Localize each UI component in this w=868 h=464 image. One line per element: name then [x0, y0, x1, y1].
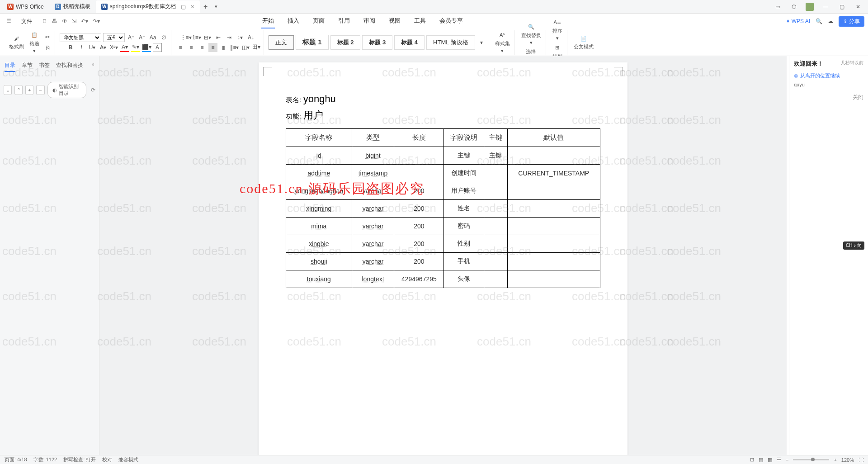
- tab-menu-button[interactable]: ▾: [211, 4, 221, 9]
- align-right-button[interactable]: ≡: [198, 43, 207, 52]
- highlight-button[interactable]: ✎▾: [131, 43, 140, 52]
- underline-button[interactable]: U▾: [88, 43, 97, 52]
- nav-close-button[interactable]: ×: [91, 62, 94, 72]
- tab-start[interactable]: 开始: [261, 14, 275, 28]
- align-left-button[interactable]: ≡: [176, 43, 185, 52]
- new-tab-button[interactable]: +: [200, 3, 211, 11]
- tab-review[interactable]: 审阅: [363, 14, 376, 28]
- increase-indent-button[interactable]: ⇥: [225, 33, 234, 42]
- tab-template[interactable]: D找稻壳模板: [49, 0, 96, 13]
- close-tab-icon[interactable]: ×: [191, 3, 194, 10]
- font-family-select[interactable]: 华文细黑: [60, 33, 101, 42]
- nav-minus-button[interactable]: −: [36, 85, 44, 95]
- view-print-icon[interactable]: ▤: [759, 457, 763, 463]
- zoom-out-button[interactable]: −: [786, 457, 788, 463]
- bold-button[interactable]: B: [66, 43, 75, 52]
- view-outline-icon[interactable]: ☰: [777, 457, 781, 463]
- italic-button[interactable]: I: [77, 43, 86, 52]
- search-icon[interactable]: 🔍: [816, 18, 822, 24]
- text-direction-button[interactable]: ↕▾: [236, 33, 245, 42]
- borders-button[interactable]: 田▾: [252, 43, 261, 52]
- style-body[interactable]: 正文: [269, 35, 294, 50]
- sort-button[interactable]: A↓: [246, 33, 255, 42]
- smart-toc-button[interactable]: ◐ 智能识别目录: [47, 82, 87, 98]
- format-painter-button[interactable]: 🖌格式刷: [7, 33, 26, 51]
- multilevel-button[interactable]: ⊟▾: [203, 33, 212, 42]
- tab-page[interactable]: 页面: [312, 14, 326, 28]
- nav-up-button[interactable]: ⌃: [14, 85, 23, 95]
- font-size-select[interactable]: 五号: [103, 33, 125, 42]
- nav-tab-findreplace[interactable]: 查找和替换: [56, 62, 83, 72]
- view-read-icon[interactable]: ⊡: [750, 457, 754, 463]
- wps-ai-button[interactable]: ✦ WPS AI: [786, 18, 810, 24]
- style-h4[interactable]: 标题 4: [394, 35, 425, 50]
- strikethrough-button[interactable]: A̶▾: [99, 43, 108, 52]
- zoom-value[interactable]: 120%: [841, 457, 854, 463]
- shading-button[interactable]: ⬛▾: [142, 43, 151, 52]
- nav-tab-toc[interactable]: 目录: [5, 62, 15, 72]
- phonetic-button[interactable]: A: [153, 43, 162, 52]
- line-spacing-button[interactable]: ‖≡▾: [230, 43, 239, 52]
- resume-link[interactable]: ◎从离开的位置继续: [794, 72, 863, 79]
- zoom-slider[interactable]: [793, 459, 829, 460]
- maximize-button[interactable]: ▢: [837, 2, 846, 11]
- justify-button[interactable]: ≡: [208, 43, 217, 52]
- close-window-button[interactable]: ✕: [854, 2, 863, 11]
- font-color-button[interactable]: A▾: [120, 43, 129, 52]
- minimize-button[interactable]: ―: [821, 2, 830, 11]
- tab-tools[interactable]: 工具: [413, 14, 427, 28]
- cloud-icon[interactable]: ☁: [828, 18, 833, 24]
- window-box-icon[interactable]: ⬡: [789, 2, 798, 11]
- official-mode-button[interactable]: 📄公文模式: [572, 33, 595, 51]
- find-replace-button[interactable]: 🔍查找替换▾: [519, 22, 543, 47]
- decrease-indent-button[interactable]: ⇤: [214, 33, 223, 42]
- nav-down-button[interactable]: ⌄: [4, 85, 12, 95]
- decrease-font-icon[interactable]: A⁻: [137, 33, 146, 42]
- tab-view[interactable]: 视图: [388, 14, 401, 28]
- zoom-in-button[interactable]: +: [834, 457, 836, 463]
- numbering-button[interactable]: 1≡▾: [192, 33, 201, 42]
- export-icon[interactable]: ⇲: [72, 18, 76, 24]
- style-html[interactable]: HTML 预设格: [426, 35, 475, 50]
- share-button[interactable]: ⇪ 分享: [839, 16, 864, 27]
- style-h1[interactable]: 标题 1: [296, 35, 329, 50]
- copy-icon[interactable]: ⎘: [43, 43, 52, 52]
- view-web-icon[interactable]: ▦: [768, 457, 772, 463]
- nav-tab-chapter[interactable]: 章节: [22, 62, 33, 72]
- status-words[interactable]: 字数: 1122: [33, 456, 57, 463]
- status-spell[interactable]: 拼写检查: 打开: [63, 456, 96, 463]
- align-center-button[interactable]: ≡: [187, 43, 196, 52]
- superscript-button[interactable]: X²▾: [109, 43, 118, 52]
- style-set-button[interactable]: Aᴬ样式集▾: [493, 30, 512, 55]
- bullets-button[interactable]: ⋮≡▾: [181, 33, 190, 42]
- menu-hamburger-icon[interactable]: ☰: [4, 16, 14, 26]
- undo-button[interactable]: ↶▾: [81, 18, 88, 24]
- window-compact-icon[interactable]: ▭: [773, 2, 782, 11]
- distribute-button[interactable]: ⫼: [219, 43, 228, 52]
- status-page[interactable]: 页面: 4/18: [5, 456, 27, 463]
- redo-button[interactable]: ↷▾: [93, 18, 100, 24]
- paste-button[interactable]: 📋粘贴▾: [28, 30, 41, 55]
- increase-font-icon[interactable]: A⁺: [127, 33, 136, 42]
- tab-restore-icon[interactable]: ▢: [181, 4, 186, 10]
- tab-document[interactable]: Wspringbooturqs9数据库文档▢×: [96, 0, 200, 13]
- nav-plus-button[interactable]: +: [25, 85, 33, 95]
- style-h3[interactable]: 标题 3: [362, 35, 392, 50]
- status-proof[interactable]: 校对: [102, 456, 112, 463]
- save-icon[interactable]: 🗋: [42, 18, 47, 24]
- tab-reference[interactable]: 引用: [337, 14, 351, 28]
- welcome-close-button[interactable]: 关闭: [794, 94, 863, 101]
- clear-format-icon[interactable]: ∅: [159, 33, 168, 42]
- style-h2[interactable]: 标题 2: [330, 35, 361, 50]
- fill-color-button[interactable]: ◫▾: [241, 43, 250, 52]
- tab-member[interactable]: 会员专享: [439, 14, 464, 28]
- nav-tab-bookmark[interactable]: 书签: [39, 62, 50, 72]
- change-case-icon[interactable]: Aa: [148, 33, 157, 42]
- tab-wps-home[interactable]: WWPS Office: [2, 0, 49, 13]
- print-preview-icon[interactable]: 👁: [62, 18, 67, 24]
- document-area[interactable]: 表名: yonghu 功能: 用户 字段名称类型长度字段说明主键默认值 idbi…: [99, 56, 787, 455]
- sort-tool-button[interactable]: A≣排序▾: [551, 18, 564, 42]
- fit-icon[interactable]: ⛶: [859, 457, 863, 463]
- nav-refresh-icon[interactable]: ⟳: [91, 87, 95, 93]
- style-more-button[interactable]: ▾: [477, 38, 486, 47]
